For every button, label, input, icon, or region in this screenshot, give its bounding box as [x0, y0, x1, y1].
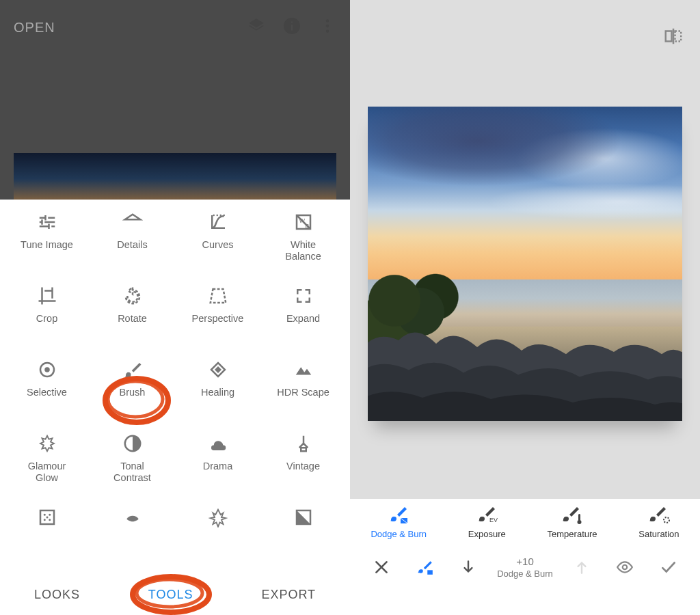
tool-selective[interactable]: Selective: [4, 354, 90, 428]
svg-point-36: [623, 565, 628, 570]
svg-rect-32: [578, 514, 580, 521]
tool-label: WhiteBalance: [285, 239, 321, 263]
editor-header-area: OPEN: [0, 0, 350, 200]
svg-point-21: [49, 519, 51, 521]
tool-rotate[interactable]: Rotate: [90, 280, 175, 354]
svg-text:EV: EV: [489, 517, 498, 523]
tool-expand[interactable]: Expand: [260, 280, 346, 354]
tool-perspective[interactable]: Perspective: [175, 280, 260, 354]
apply-button[interactable]: [647, 558, 690, 576]
svg-point-18: [43, 513, 45, 515]
brush-icon: [387, 504, 410, 525]
svg-rect-1: [291, 25, 293, 31]
brush-icon: EV: [475, 504, 498, 525]
cancel-button[interactable]: [360, 558, 403, 576]
photo-canvas[interactable]: [368, 107, 682, 421]
tool-label: Brush: [120, 387, 146, 398]
increase-button[interactable]: [560, 558, 604, 576]
tool-grainy-film[interactable]: [4, 502, 90, 575]
svg-point-3: [326, 19, 329, 22]
bottom-tabs: LOOKS TOOLS EXPORT: [0, 575, 350, 615]
tool-tonal-contrast[interactable]: TonalContrast: [90, 428, 175, 502]
svg-point-22: [46, 516, 48, 518]
svg-rect-16: [301, 448, 306, 451]
tool-drama[interactable]: Drama: [175, 428, 260, 502]
svg-point-14: [44, 367, 50, 372]
tool-glamour-glow[interactable]: GlamourGlow: [4, 428, 90, 502]
svg-point-33: [578, 520, 582, 524]
mask-toggle-icon[interactable]: [403, 558, 447, 576]
svg-point-34: [664, 517, 669, 523]
tool-label: Drama: [203, 461, 233, 472]
tool-white-balance[interactable]: WB WhiteBalance: [260, 206, 346, 280]
brush-screen: Dodge & Burn EV Exposure Temperature Sat…: [350, 0, 700, 615]
brush-icon: [561, 504, 584, 525]
brush-canvas-area: [350, 0, 700, 499]
header-icon-group: [247, 17, 336, 38]
svg-point-8: [219, 214, 221, 216]
svg-text:B: B: [305, 222, 309, 229]
tool-hdr-scape[interactable]: HDR Scape: [260, 354, 346, 428]
open-button[interactable]: OPEN: [14, 20, 55, 36]
tool-label: TonalContrast: [113, 461, 151, 484]
visibility-icon[interactable]: [604, 558, 647, 576]
brush-tab-exposure[interactable]: EV Exposure: [468, 504, 506, 539]
brush-tab-label: Temperature: [548, 529, 597, 539]
brush-type-tabs: Dodge & Burn EV Exposure Temperature Sat…: [350, 499, 700, 543]
tool-label: Rotate: [118, 313, 147, 325]
tool-label: Details: [117, 239, 147, 251]
photo-rocks: [368, 288, 682, 421]
tools-grid: Tune Image Details Curves WB WhiteBalanc…: [0, 200, 350, 575]
brush-bottom-bar: +10 Dodge & Burn: [350, 543, 700, 591]
more-icon[interactable]: [319, 17, 336, 38]
tab-looks[interactable]: LOOKS: [34, 588, 80, 602]
brush-tab-label: Exposure: [468, 529, 506, 539]
svg-rect-29: [675, 31, 682, 42]
tool-label: GlamourGlow: [28, 461, 66, 484]
tool-grunge[interactable]: [175, 502, 260, 575]
tool-vintage[interactable]: Vintage: [260, 428, 346, 502]
svg-rect-35: [427, 570, 433, 575]
tool-bw[interactable]: [260, 502, 346, 575]
tool-retrolux[interactable]: [90, 502, 175, 575]
tool-label: Perspective: [192, 313, 244, 325]
tool-label: HDR Scape: [277, 387, 329, 398]
svg-point-4: [326, 25, 329, 27]
svg-point-2: [291, 21, 293, 23]
decrease-button[interactable]: [446, 558, 490, 576]
info-icon[interactable]: [283, 17, 301, 38]
app-header: OPEN: [0, 0, 350, 55]
tab-export[interactable]: EXPORT: [261, 588, 316, 602]
tool-label: Vintage: [286, 461, 320, 472]
svg-point-7: [216, 214, 218, 216]
tool-curves[interactable]: Curves: [175, 206, 260, 280]
layers-icon[interactable]: [247, 17, 265, 38]
brush-value-display: +10 Dodge & Burn: [490, 556, 560, 579]
brush-tab-temperature[interactable]: Temperature: [548, 504, 597, 539]
preview-photo: [14, 153, 336, 205]
svg-rect-28: [666, 31, 672, 42]
tool-brush[interactable]: Brush: [90, 354, 175, 428]
brush-tab-dodge-burn[interactable]: Dodge & Burn: [371, 504, 427, 539]
svg-point-19: [49, 513, 51, 515]
brush-value: +10: [516, 556, 533, 567]
photo-clouds: [368, 107, 682, 279]
tool-label: Crop: [36, 313, 57, 325]
tool-tune-image[interactable]: Tune Image: [4, 206, 90, 280]
svg-point-5: [326, 29, 329, 32]
tool-label: Healing: [201, 387, 234, 398]
tab-tools[interactable]: TOOLS: [148, 588, 193, 602]
tool-label: Tune Image: [21, 239, 73, 251]
tool-label: Curves: [202, 239, 234, 251]
tool-crop[interactable]: Crop: [4, 280, 90, 354]
svg-point-6: [213, 214, 215, 216]
svg-point-20: [43, 519, 45, 521]
tool-label: Expand: [286, 313, 320, 325]
brush-tab-label: Saturation: [638, 529, 679, 539]
tool-healing[interactable]: Healing: [175, 354, 260, 428]
brush-value-name: Dodge & Burn: [497, 569, 553, 579]
tool-details[interactable]: Details: [90, 206, 175, 280]
brush-tab-saturation[interactable]: Saturation: [638, 504, 679, 539]
compare-icon[interactable]: [663, 26, 684, 49]
tools-screen: OPEN Tune Image Details: [0, 0, 350, 615]
